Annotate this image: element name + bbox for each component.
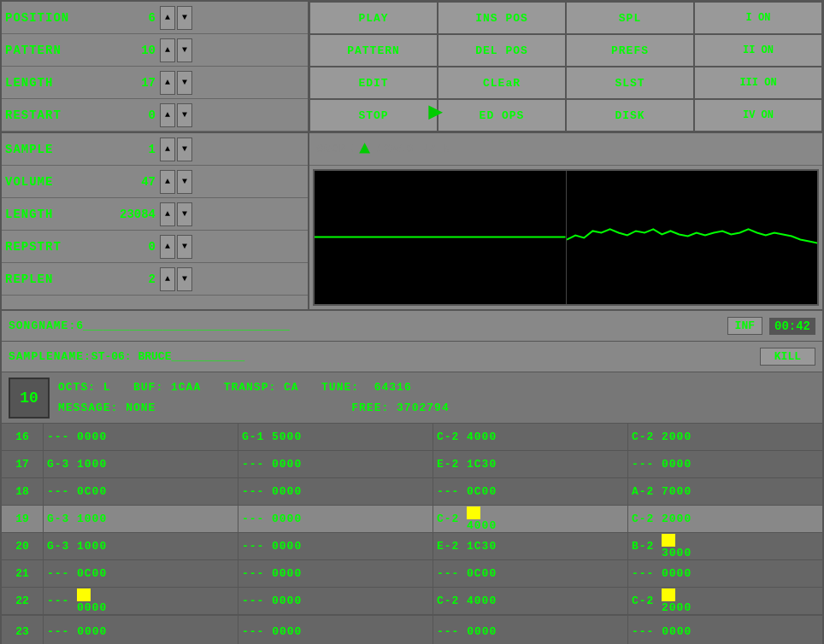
main-container: POSITION 6 ▲ ▼ PATTERN 10 ▲ ▼ LENGTH 17 … (0, 0, 824, 644)
scope-display (313, 169, 819, 306)
pattern-row[interactable]: ---0C00 (44, 478, 238, 506)
pattern-down[interactable]: ▼ (177, 38, 192, 62)
repstrt-up[interactable]: ▲ (160, 235, 175, 259)
ed-ops-button[interactable]: ED OPS (438, 99, 566, 132)
ins-pos-button[interactable]: INS POS (438, 2, 566, 34)
pattern-row[interactable]: B-2 3000 (628, 533, 822, 560)
on1-button[interactable]: I ON (694, 2, 822, 34)
del-pos-button[interactable]: DEL POS (438, 34, 566, 67)
pattern-row[interactable]: ---0000 (238, 506, 433, 533)
pattern-row[interactable]: ---0C00 (433, 478, 627, 506)
on3-button[interactable]: III ON (694, 67, 822, 99)
length-row: LENGTH 17 ▲ ▼ (2, 67, 308, 99)
prefs-button[interactable]: PREFS (566, 34, 694, 67)
pattern-row[interactable]: A-27000 (628, 478, 822, 506)
pattern-row[interactable]: E-21C30 (433, 451, 627, 478)
pattern-row[interactable]: ---0000 (238, 478, 433, 506)
pattern-row[interactable]: --- 0000 (44, 588, 238, 615)
repstrt-down[interactable]: ▼ (177, 235, 192, 259)
pattern-button[interactable]: PATTERN (309, 34, 438, 67)
replen-value: 2 (108, 272, 159, 286)
pattern-row[interactable]: C-22000 (628, 424, 822, 451)
pattern-row[interactable]: C-24000 (433, 424, 627, 451)
songname-label: SONGNAME: (9, 319, 76, 332)
pattern-row[interactable]: E-21C30 (433, 533, 627, 560)
sample-up[interactable]: ▲ (160, 138, 175, 161)
pattern-row[interactable]: ---0000 (628, 560, 822, 588)
fx: 1C30 (467, 458, 509, 471)
volume-value: 47 (108, 175, 159, 189)
slst-button[interactable]: SLST (566, 67, 694, 99)
pattern-row[interactable]: ---0C00 (433, 560, 627, 588)
pattern-row[interactable]: ---0000 (628, 451, 822, 478)
pattern-row[interactable]: ---0000 (44, 424, 238, 451)
fx: 0000 (77, 588, 120, 614)
pattern-row[interactable]: C-2 2000 (628, 588, 822, 615)
buf-info: BUF: 1CAA (133, 381, 201, 394)
replen-up[interactable]: ▲ (160, 267, 175, 291)
pattern-row[interactable]: ---0000 (238, 451, 433, 478)
length-down[interactable]: ▼ (177, 71, 192, 95)
scope-hz: 12516 HZ N (376, 143, 451, 155)
position-down[interactable]: ▼ (177, 6, 192, 30)
bottom-track-2: --- 0000 (433, 616, 627, 644)
pattern-row[interactable]: C-24000 (433, 588, 627, 615)
kill-button[interactable]: KILL (760, 348, 815, 366)
tune-value: 64316 (374, 381, 412, 394)
restart-down[interactable]: ▼ (177, 103, 192, 127)
sample-length-up[interactable]: ▲ (160, 202, 175, 226)
disk-button[interactable]: DISK (566, 99, 694, 132)
pattern-row[interactable]: G-31000 (44, 451, 238, 478)
fx: 0C00 (77, 567, 120, 580)
scope-right-channel (567, 171, 818, 304)
position-up[interactable]: ▲ (160, 6, 175, 30)
stop-button[interactable]: STOP ▶ (309, 99, 438, 132)
inf-button[interactable]: INF (727, 317, 762, 335)
on2-button[interactable]: II ON (694, 34, 822, 67)
volume-up[interactable]: ▲ (160, 170, 175, 194)
sample-down[interactable]: ▼ (177, 138, 192, 161)
pattern-row[interactable]: C-22000 (628, 506, 822, 533)
pattern-value: 10 (108, 44, 159, 57)
pattern-row[interactable]: G-31000 (44, 533, 238, 560)
row-num-21: 21 (2, 560, 43, 588)
pattern-row[interactable]: ---0000 (238, 533, 433, 560)
on4-button[interactable]: IV ON (694, 99, 822, 132)
sample-length-value: 23084 (108, 208, 159, 221)
fx: 0000 (272, 458, 315, 471)
note: --- (242, 540, 272, 553)
sample-length-row: LENGTH 23084 ▲ ▼ (2, 198, 308, 231)
note: C-2 (632, 430, 662, 443)
pattern-row[interactable]: ---0C00 (44, 560, 238, 588)
sample-section: SAMPLE 1 ▲ ▼ VOLUME 47 ▲ ▼ LENGTH 23084 … (2, 133, 822, 311)
pattern-row[interactable]: C-2 4000 (433, 506, 627, 533)
note: C-2 (437, 594, 467, 607)
spl-button[interactable]: SPL (566, 2, 694, 34)
replen-down[interactable]: ▼ (177, 267, 192, 291)
position-row: POSITION 6 ▲ ▼ (2, 2, 308, 34)
note: E-2 (437, 458, 467, 471)
sample-length-down[interactable]: ▼ (177, 202, 192, 226)
pattern-row[interactable]: ---0000 (238, 588, 433, 615)
volume-label: VOLUME (5, 175, 108, 189)
volume-down[interactable]: ▼ (177, 170, 192, 194)
row-num-17: 17 (2, 451, 43, 478)
note: C-2 (632, 594, 662, 607)
note: --- (437, 567, 467, 580)
bottom-row: 23--- 0000--- 0000--- 0000--- 0000 (2, 615, 822, 644)
pattern-up[interactable]: ▲ (160, 38, 175, 62)
length-up[interactable]: ▲ (160, 71, 175, 95)
clear-button[interactable]: CLEaR (438, 67, 566, 99)
replen-row: REPLEN 2 ▲ ▼ (2, 263, 308, 296)
vol-highlight (77, 588, 91, 601)
fx: 1000 (77, 512, 120, 525)
pattern-row[interactable]: G-15000 (238, 424, 433, 451)
message-info: MESSAGE: NONE (58, 401, 156, 414)
edit-button[interactable]: EDIT (309, 67, 438, 99)
pattern-row[interactable]: ---0000 (238, 560, 433, 588)
bottom-track-0: --- 0000 (43, 616, 238, 644)
row-num-22: 22 (2, 588, 43, 615)
play-button[interactable]: PLAY (309, 2, 438, 34)
pattern-row[interactable]: G-31000 (44, 506, 238, 533)
restart-up[interactable]: ▲ (160, 103, 175, 127)
